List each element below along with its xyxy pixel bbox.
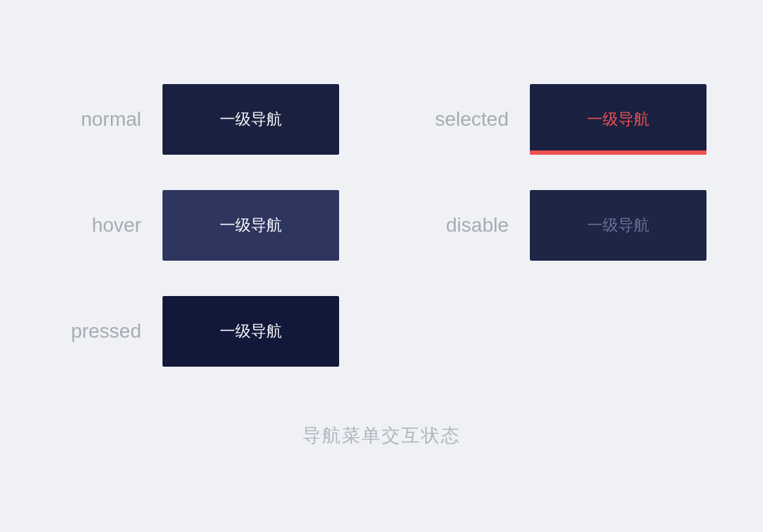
state-selected-item: selected 一级导航 xyxy=(424,84,706,155)
nav-button-normal[interactable]: 一级导航 xyxy=(162,84,339,155)
nav-button-hover-text: 一级导航 xyxy=(220,215,282,236)
state-normal-item: normal 一级导航 xyxy=(57,84,339,155)
nav-button-normal-text: 一级导航 xyxy=(220,109,282,130)
state-hover-label: hover xyxy=(57,214,141,237)
nav-button-pressed-text: 一级导航 xyxy=(220,321,282,342)
state-selected-label: selected xyxy=(424,108,509,131)
state-pressed-label: pressed xyxy=(57,320,141,343)
nav-button-hover[interactable]: 一级导航 xyxy=(162,190,339,261)
nav-button-disable-text: 一级导航 xyxy=(587,215,649,236)
state-normal-label: normal xyxy=(57,108,141,131)
nav-button-selected-text: 一级导航 xyxy=(587,109,649,130)
nav-button-selected[interactable]: 一级导航 xyxy=(530,84,706,155)
state-disable-item: disable 一级导航 xyxy=(424,190,706,261)
nav-button-pressed[interactable]: 一级导航 xyxy=(162,296,339,367)
state-disable-label: disable xyxy=(424,214,509,237)
nav-button-disable: 一级导航 xyxy=(530,190,706,261)
state-hover-item: hover 一级导航 xyxy=(57,190,339,261)
page-title: 导航菜单交互状态 xyxy=(302,423,461,448)
states-grid: normal 一级导航 selected 一级导航 hover 一级导航 dis… xyxy=(57,84,706,367)
state-pressed-item: pressed 一级导航 xyxy=(57,296,339,367)
